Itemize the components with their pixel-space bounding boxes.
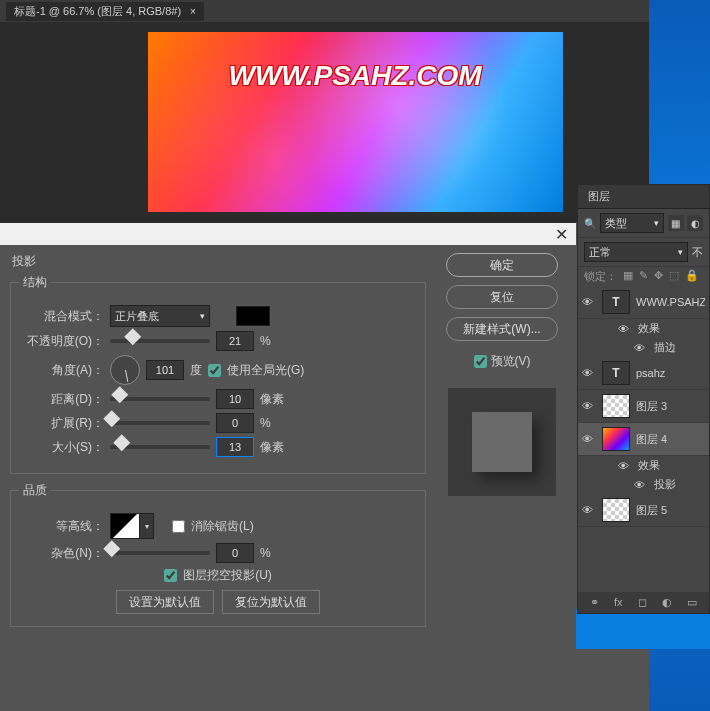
layer-style-dialog: ✕ 投影 结构 混合模式： 正片叠底▾ 不透明度(O)： % — [0, 222, 576, 642]
mask-icon[interactable]: ◻ — [638, 596, 647, 609]
angle-label: 角度(A)： — [19, 362, 104, 379]
antialias-label: 消除锯齿(L) — [191, 518, 254, 535]
angle-input[interactable] — [146, 360, 184, 380]
blend-mode-select[interactable]: 正片叠底▾ — [110, 305, 210, 327]
chevron-down-icon[interactable]: ▾ — [140, 513, 154, 539]
reset-default-button[interactable]: 复位为默认值 — [222, 590, 320, 614]
layer-effect-item[interactable]: 👁投影 — [578, 475, 709, 494]
layer-thumbnail — [602, 498, 630, 522]
antialias-checkbox[interactable] — [172, 520, 185, 533]
layers-tab[interactable]: 图层 — [578, 185, 709, 209]
layer-name: 图层 3 — [636, 399, 705, 414]
spread-input[interactable] — [216, 413, 254, 433]
fx-icon[interactable]: fx — [614, 596, 623, 609]
layer-name: 图层 5 — [636, 503, 705, 518]
global-light-checkbox[interactable] — [208, 364, 221, 377]
link-layers-icon[interactable]: ⚭ — [590, 596, 599, 609]
lock-artboard-icon[interactable]: ⬚ — [669, 269, 679, 284]
text-layer-icon: T — [602, 290, 630, 314]
lock-brush-icon[interactable]: ✎ — [639, 269, 648, 284]
visibility-icon[interactable]: 👁 — [582, 433, 596, 445]
effect-name: 投影 — [654, 477, 676, 492]
visibility-icon[interactable]: 👁 — [634, 342, 648, 354]
visibility-icon[interactable]: 👁 — [582, 504, 596, 516]
search-icon[interactable]: 🔍 — [584, 218, 596, 229]
knockout-checkbox[interactable] — [164, 569, 177, 582]
filter-pixel-icon[interactable]: ▦ — [668, 215, 684, 231]
blend-mode-select[interactable]: 正常▾ — [584, 242, 688, 262]
contour-label: 等高线： — [19, 518, 104, 535]
lock-all-icon[interactable]: 🔒 — [685, 269, 699, 284]
opacity-short: 不 — [692, 245, 703, 260]
opacity-unit: % — [260, 334, 290, 348]
reset-button[interactable]: 复位 — [446, 285, 558, 309]
close-tab-icon[interactable]: × — [190, 6, 196, 17]
layer-effect-item[interactable]: 👁描边 — [578, 338, 709, 357]
visibility-icon[interactable]: 👁 — [618, 460, 632, 472]
layer-name: WWW.PSAHZ — [636, 296, 705, 308]
set-default-button[interactable]: 设置为默认值 — [116, 590, 214, 614]
desktop-background — [576, 609, 710, 649]
knockout-label: 图层挖空投影(U) — [183, 567, 272, 584]
size-label: 大小(S)： — [19, 439, 104, 456]
layer-row[interactable]: 👁图层 3 — [578, 390, 709, 423]
adjustment-icon[interactable]: ◐ — [662, 596, 672, 609]
visibility-icon[interactable]: 👁 — [582, 400, 596, 412]
preview-thumbnail — [448, 388, 556, 496]
contour-picker[interactable] — [110, 513, 140, 539]
new-style-button[interactable]: 新建样式(W)... — [446, 317, 558, 341]
angle-unit: 度 — [190, 362, 202, 379]
filter-adjust-icon[interactable]: ◐ — [687, 215, 703, 231]
layer-thumbnail — [602, 394, 630, 418]
visibility-icon[interactable]: 👁 — [618, 323, 632, 335]
effect-name: 效果 — [638, 458, 660, 473]
layer-thumbnail — [602, 427, 630, 451]
layer-name: 图层 4 — [636, 432, 705, 447]
structure-legend: 结构 — [19, 274, 51, 291]
canvas-image: WWW.PSAHZ.COM — [148, 32, 563, 212]
layer-effect-item[interactable]: 👁效果 — [578, 319, 709, 338]
document-tab[interactable]: 标题-1 @ 66.7% (图层 4, RGB/8#) × — [6, 2, 204, 21]
layer-row[interactable]: 👁图层 4 — [578, 423, 709, 456]
layers-panel: 图层 🔍 类型▾ ▦ ◐ 正常▾ 不 锁定： ▦ ✎ ✥ ⬚ 🔒 👁TWWW.P… — [577, 184, 710, 614]
lock-pixels-icon[interactable]: ▦ — [623, 269, 633, 284]
blend-mode-label: 混合模式： — [19, 308, 104, 325]
lock-label: 锁定： — [584, 269, 617, 284]
layer-effect-item[interactable]: 👁效果 — [578, 456, 709, 475]
preview-checkbox[interactable] — [474, 355, 487, 368]
noise-unit: % — [260, 546, 290, 560]
opacity-input[interactable] — [216, 331, 254, 351]
close-icon[interactable]: ✕ — [555, 225, 568, 244]
opacity-slider[interactable] — [110, 339, 210, 343]
ok-button[interactable]: 确定 — [446, 253, 558, 277]
layer-row[interactable]: 👁TWWW.PSAHZ — [578, 286, 709, 319]
noise-input[interactable] — [216, 543, 254, 563]
document-title: 标题-1 @ 66.7% (图层 4, RGB/8#) — [14, 5, 181, 17]
layer-row[interactable]: 👁图层 5 — [578, 494, 709, 527]
layer-row[interactable]: 👁Tpsahz — [578, 357, 709, 390]
dialog-titlebar: ✕ — [0, 223, 576, 245]
spread-slider[interactable] — [110, 421, 210, 425]
visibility-icon[interactable]: 👁 — [582, 367, 596, 379]
size-unit: 像素 — [260, 439, 290, 456]
distance-slider[interactable] — [110, 397, 210, 401]
quality-group: 品质 等高线： ▾ 消除锯齿(L) 杂色(N)： % — [10, 482, 426, 627]
preview-label: 预览(V) — [491, 353, 531, 370]
text-layer-icon: T — [602, 361, 630, 385]
folder-icon[interactable]: ▭ — [687, 596, 697, 609]
layer-filter-select[interactable]: 类型▾ — [600, 213, 664, 233]
watermark-text: WWW.PSAHZ.COM — [148, 60, 563, 92]
shadow-color-swatch[interactable] — [236, 306, 270, 326]
visibility-icon[interactable]: 👁 — [582, 296, 596, 308]
structure-group: 结构 混合模式： 正片叠底▾ 不透明度(O)： % 角度(A)： — [10, 274, 426, 474]
distance-label: 距离(D)： — [19, 391, 104, 408]
angle-dial[interactable] — [110, 355, 140, 385]
distance-input[interactable] — [216, 389, 254, 409]
size-input[interactable] — [216, 437, 254, 457]
size-slider[interactable] — [110, 445, 210, 449]
noise-slider[interactable] — [110, 551, 210, 555]
effect-name: 效果 — [638, 321, 660, 336]
lock-move-icon[interactable]: ✥ — [654, 269, 663, 284]
distance-unit: 像素 — [260, 391, 290, 408]
visibility-icon[interactable]: 👁 — [634, 479, 648, 491]
